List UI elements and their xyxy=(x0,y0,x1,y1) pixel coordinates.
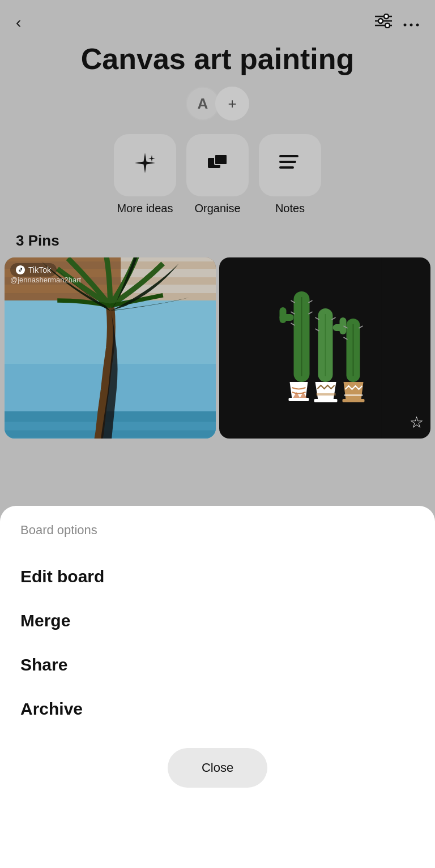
organise-action[interactable]: Organise xyxy=(186,134,249,215)
action-buttons-row: More ideas Organise xyxy=(0,134,435,215)
more-options-icon[interactable] xyxy=(403,15,419,30)
svg-marker-65 xyxy=(344,382,364,400)
pins-grid: TikTok @jennasherman2hart xyxy=(0,257,435,439)
svg-rect-66 xyxy=(343,399,365,402)
svg-rect-59 xyxy=(289,398,309,401)
background-page: ‹ Canvas ar xyxy=(0,0,435,868)
avatar-row: A + xyxy=(0,87,435,121)
svg-point-1 xyxy=(384,14,389,19)
svg-point-3 xyxy=(378,19,383,23)
organise-button[interactable] xyxy=(186,134,249,196)
svg-point-8 xyxy=(416,24,419,27)
organise-label: Organise xyxy=(194,202,240,215)
tiktok-username: @jennasherman2hart xyxy=(10,276,81,284)
svg-rect-64 xyxy=(317,393,336,396)
tiktok-watermark: TikTok xyxy=(10,263,57,277)
svg-rect-10 xyxy=(215,154,227,165)
page-title: Canvas art painting xyxy=(0,37,435,87)
pin-cactus[interactable]: ☆ xyxy=(219,257,430,439)
pin-beach[interactable]: TikTok @jennasherman2hart xyxy=(5,257,216,439)
close-button-wrap: Close xyxy=(20,748,415,788)
svg-point-6 xyxy=(404,24,407,27)
star-icon[interactable]: ☆ xyxy=(410,413,424,432)
share-item[interactable]: Share xyxy=(20,643,415,687)
tiktok-label: TikTok xyxy=(28,265,51,274)
more-ideas-action[interactable]: More ideas xyxy=(114,134,176,215)
board-options-sheet: Board options Edit board Merge Share Arc… xyxy=(0,506,435,868)
close-button[interactable]: Close xyxy=(168,748,267,788)
notes-icon xyxy=(278,153,302,178)
filter-icon[interactable] xyxy=(375,14,392,32)
sheet-title: Board options xyxy=(20,523,415,538)
avatar: A xyxy=(186,87,220,121)
top-nav: ‹ xyxy=(0,0,435,37)
notes-label: Notes xyxy=(275,202,305,215)
archive-item[interactable]: Archive xyxy=(20,687,415,731)
svg-rect-63 xyxy=(314,399,338,402)
svg-rect-67 xyxy=(344,394,363,396)
more-ideas-button[interactable] xyxy=(114,134,176,196)
pins-count: 3 Pins xyxy=(0,221,435,257)
svg-point-5 xyxy=(385,23,390,28)
svg-rect-48 xyxy=(340,317,347,334)
edit-board-item[interactable]: Edit board xyxy=(20,555,415,599)
svg-point-7 xyxy=(410,24,413,27)
notes-action[interactable]: Notes xyxy=(259,134,321,215)
more-ideas-label: More ideas xyxy=(117,202,173,215)
notes-button[interactable] xyxy=(259,134,321,196)
merge-item[interactable]: Merge xyxy=(20,599,415,643)
sparkle-icon xyxy=(133,151,157,181)
svg-marker-62 xyxy=(315,382,336,400)
nav-right xyxy=(375,14,419,32)
organise-icon xyxy=(206,151,229,180)
back-button[interactable]: ‹ xyxy=(16,14,21,32)
add-collaborator-button[interactable]: + xyxy=(215,87,249,121)
svg-rect-28 xyxy=(121,269,216,277)
svg-rect-39 xyxy=(280,307,287,323)
